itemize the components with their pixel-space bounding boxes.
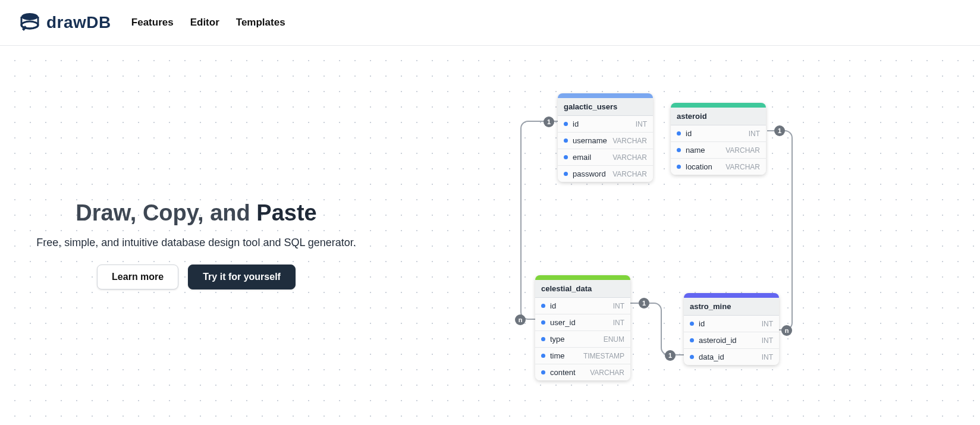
- nav-editor[interactable]: Editor: [190, 17, 219, 29]
- field-dot-icon: [677, 131, 681, 136]
- table-title: asteroid: [671, 108, 766, 125]
- hero-title-a: Draw, Copy, and: [76, 200, 256, 225]
- database-icon: [18, 11, 42, 34]
- table-row[interactable]: usernameVARCHAR: [558, 132, 653, 149]
- table-stripe: [671, 103, 766, 108]
- logo[interactable]: drawDB: [18, 11, 111, 34]
- field-type: VARCHAR: [612, 137, 647, 145]
- field-name: time: [550, 351, 583, 360]
- field-type: INT: [613, 302, 624, 310]
- rel-badge-many: n: [781, 325, 792, 336]
- rel-badge-many: n: [515, 314, 526, 325]
- table-title: astro_mine: [684, 298, 779, 316]
- field-dot-icon: [564, 155, 568, 159]
- learn-more-button[interactable]: Learn more: [97, 265, 178, 289]
- field-name: username: [573, 136, 612, 145]
- field-name: name: [686, 146, 725, 155]
- field-dot-icon: [690, 322, 694, 326]
- field-type: INT: [613, 319, 624, 327]
- field-dot-icon: [541, 337, 545, 341]
- field-type: INT: [749, 130, 760, 138]
- table-row[interactable]: idINT: [671, 125, 766, 141]
- field-type: INT: [762, 336, 773, 345]
- rel-badge-one: 1: [639, 298, 649, 308]
- nav-templates[interactable]: Templates: [236, 17, 285, 29]
- field-type: VARCHAR: [725, 163, 760, 171]
- table-row[interactable]: idINT: [558, 116, 653, 132]
- field-dot-icon: [677, 165, 681, 169]
- field-name: id: [573, 119, 636, 128]
- field-name: content: [550, 368, 590, 377]
- table-row[interactable]: contentVARCHAR: [535, 364, 630, 380]
- svg-point-0: [21, 13, 38, 20]
- field-dot-icon: [564, 122, 568, 126]
- try-it-button[interactable]: Try it for yourself: [188, 265, 296, 289]
- field-name: id: [686, 129, 749, 138]
- table-row[interactable]: user_idINT: [535, 314, 630, 330]
- header: drawDB Features Editor Templates: [0, 0, 980, 45]
- table-astro-mine[interactable]: astro_mine idINT asteroid_idINT data_idI…: [684, 293, 779, 365]
- rel-badge-one: 1: [774, 125, 785, 136]
- field-type: VARCHAR: [725, 146, 760, 155]
- table-stripe: [558, 93, 653, 98]
- hero-actions: Learn more Try it for yourself: [0, 265, 392, 289]
- table-row[interactable]: idINT: [684, 316, 779, 332]
- table-celestial-data[interactable]: celestial_data idINT user_idINT typeENUM…: [535, 275, 630, 380]
- table-title: celestial_data: [535, 280, 630, 298]
- nav: Features Editor Templates: [131, 17, 285, 29]
- field-dot-icon: [690, 338, 694, 342]
- canvas-area: Draw, Copy, and Paste Free, simple, and …: [0, 45, 980, 425]
- hero-title-b: Paste: [256, 200, 316, 225]
- logo-text: drawDB: [46, 13, 111, 32]
- field-type: INT: [636, 120, 647, 128]
- hero-title: Draw, Copy, and Paste: [0, 200, 392, 226]
- table-row[interactable]: timeTIMESTAMP: [535, 347, 630, 364]
- field-type: VARCHAR: [590, 369, 624, 377]
- field-dot-icon: [564, 138, 568, 143]
- field-dot-icon: [541, 354, 545, 358]
- table-galactic-users[interactable]: galactic_users idINT usernameVARCHAR ema…: [558, 93, 653, 182]
- table-asteroid[interactable]: asteroid idINT nameVARCHAR locationVARCH…: [671, 103, 766, 175]
- field-dot-icon: [564, 172, 568, 176]
- field-name: id: [550, 301, 613, 310]
- table-row[interactable]: passwordVARCHAR: [558, 165, 653, 182]
- field-dot-icon: [690, 355, 694, 359]
- table-title: galactic_users: [558, 98, 653, 116]
- field-type: TIMESTAMP: [583, 352, 624, 360]
- field-name: password: [573, 169, 612, 178]
- field-name: location: [686, 162, 725, 171]
- table-row[interactable]: nameVARCHAR: [671, 141, 766, 158]
- table-row[interactable]: data_idINT: [684, 348, 779, 365]
- field-name: id: [699, 319, 762, 328]
- table-stripe: [535, 275, 630, 280]
- field-type: INT: [762, 353, 773, 361]
- rel-badge-one: 1: [665, 350, 676, 361]
- table-row[interactable]: idINT: [535, 298, 630, 314]
- field-dot-icon: [541, 304, 545, 308]
- nav-features[interactable]: Features: [131, 17, 174, 29]
- field-name: user_id: [550, 318, 613, 327]
- field-type: VARCHAR: [612, 170, 647, 178]
- field-type: VARCHAR: [612, 153, 647, 162]
- field-dot-icon: [541, 320, 545, 325]
- field-dot-icon: [541, 370, 545, 374]
- hero: Draw, Copy, and Paste Free, simple, and …: [0, 200, 392, 289]
- table-row[interactable]: locationVARCHAR: [671, 158, 766, 175]
- field-type: ENUM: [604, 335, 624, 344]
- table-row[interactable]: typeENUM: [535, 330, 630, 347]
- field-type: INT: [762, 320, 773, 328]
- field-name: email: [573, 153, 612, 162]
- hero-subtitle: Free, simple, and intuitive database des…: [0, 237, 392, 249]
- rel-badge-one: 1: [544, 117, 554, 127]
- field-name: type: [550, 335, 604, 344]
- table-row[interactable]: emailVARCHAR: [558, 149, 653, 165]
- field-name: asteroid_id: [699, 336, 762, 345]
- table-row[interactable]: asteroid_idINT: [684, 332, 779, 348]
- field-name: data_id: [699, 352, 762, 361]
- field-dot-icon: [677, 148, 681, 152]
- table-stripe: [684, 293, 779, 298]
